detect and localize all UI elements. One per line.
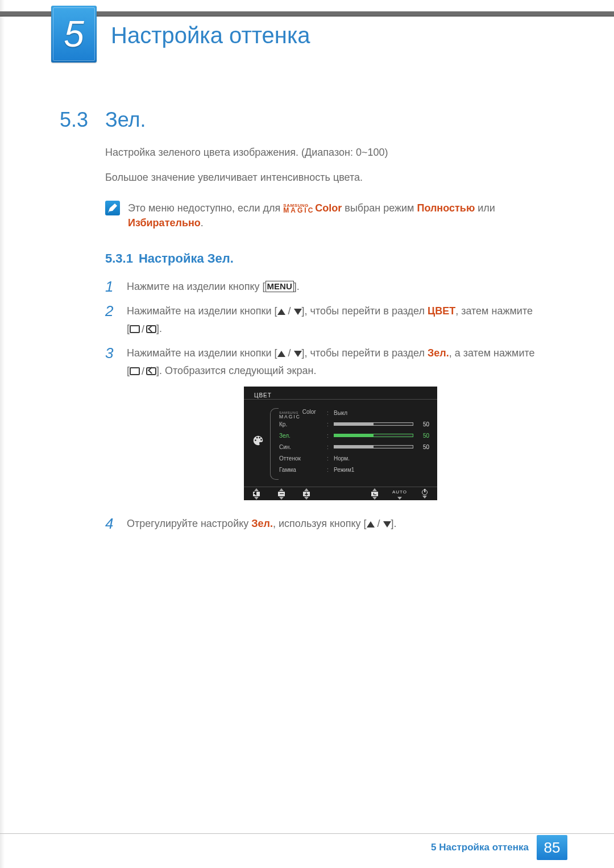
step-text: Отрегулируйте настройку Зел., используя … (127, 515, 554, 533)
step-3: 3 Нажимайте на изделии кнопки [ / ], что… (105, 344, 554, 508)
osd-btn-auto: AUTO (387, 488, 412, 500)
osd-zel-slider (334, 434, 413, 437)
osd-samsung-magic-logo: SAMSUNGMAGIC (279, 412, 301, 419)
osd-divider (244, 399, 437, 400)
steps-list: 1 Нажмите на изделии кнопку [MENU]. 2 На… (105, 278, 554, 533)
source-enter-icons: / (130, 321, 156, 338)
page-number: 85 (544, 839, 561, 857)
paragraph-intensity: Большое значение увеличивает интенсивнос… (105, 170, 554, 185)
triangle-down-icon (294, 351, 302, 357)
osd-zel-value: 50 (417, 431, 429, 441)
step-1: 1 Нажмите на изделии кнопку [MENU]. (105, 278, 554, 296)
osd-kr-label: Кр. (279, 420, 323, 429)
enter-icon (146, 325, 156, 333)
menu-button-icon: MENU (265, 281, 294, 292)
note-or: или (475, 202, 495, 214)
samsung-magic-logo: SAMSUNGMAGIC (283, 204, 314, 213)
body-content: Настройка зеленого цвета изображения. (Д… (105, 145, 554, 539)
step2-cvet: ЦВЕТ (428, 305, 455, 317)
subsection-title: Настройка Зел. (139, 251, 234, 265)
note-option-1: Полностью (417, 202, 475, 214)
osd-magic-value: Выкл (334, 408, 347, 418)
osd-gam-value: Режим1 (334, 465, 354, 475)
osd-zel-label: Зел. (279, 431, 323, 441)
step-text: Нажмите на изделии кнопку [MENU]. (127, 278, 554, 296)
osd-screenshot: ЦВЕТ SAMSUNGMAGIC Color : Выкл Кр.: (244, 387, 437, 500)
note-option-2: Избирательно (128, 217, 201, 229)
subsection-heading: 5.3.1Настройка Зел. (105, 250, 554, 268)
osd-palette-icon (252, 434, 264, 447)
osd-bottom-bar: + AUTO (244, 487, 437, 500)
step-number: 1 (105, 278, 115, 296)
triangle-up-icon (277, 351, 285, 357)
note-icon (105, 201, 120, 215)
step-2: 2 Нажимайте на изделии кнопки [ / ], что… (105, 302, 554, 338)
step3-zel: Зел. (428, 347, 449, 359)
section-number: 5.3 (60, 108, 88, 132)
footer-text: 5 Настройка оттенка (431, 842, 529, 853)
step-number: 2 (105, 302, 115, 338)
note-mid: выбран режим (342, 202, 417, 214)
osd-sin-slider (334, 445, 413, 448)
osd-row-ottenok: Оттенок: Норм. (279, 452, 429, 464)
osd-row-sin: Син.: 50 (279, 441, 429, 452)
page-left-shadow (0, 0, 5, 868)
osd-row-zel: Зел.: 50 (279, 430, 429, 441)
osd-gam-label: Гамма (279, 465, 323, 475)
note-magic-suffix: Color (315, 202, 342, 214)
triangle-up-icon (367, 521, 375, 528)
osd-sin-value: 50 (417, 442, 429, 452)
step-number: 4 (105, 515, 115, 533)
triangle-down-icon (294, 309, 302, 315)
osd-sin-label: Син. (279, 442, 323, 452)
section-title: Зел. (105, 108, 146, 132)
osd-ott-label: Оттенок (279, 454, 323, 463)
power-icon (422, 489, 428, 495)
chapter-badge: 5 (51, 6, 97, 63)
osd-btn-back (244, 488, 269, 500)
osd-kr-value: 50 (417, 420, 429, 429)
osd-btn-enter (362, 488, 387, 500)
page-number-badge: 85 (537, 835, 567, 860)
osd-ott-value: Норм. (334, 454, 350, 463)
osd-btn-minus (269, 488, 294, 500)
triangle-down-icon (383, 521, 391, 528)
step-number: 3 (105, 344, 115, 508)
osd-btn-plus: + (294, 488, 319, 500)
note-prefix: Это меню недоступно, если для (128, 202, 283, 214)
triangle-up-icon (277, 309, 285, 315)
chapter-title: Настройка оттенка (111, 23, 310, 48)
note-end: . (201, 217, 204, 229)
note-text: Это меню недоступно, если для SAMSUNGMAG… (128, 201, 554, 230)
osd-rows: SAMSUNGMAGIC Color : Выкл Кр.: 50 Зел.: (279, 407, 429, 475)
chapter-number: 5 (64, 13, 84, 55)
paragraph-description: Настройка зеленого цвета изображения. (Д… (105, 145, 554, 160)
osd-btn-power (412, 489, 437, 499)
step-text: Нажимайте на изделии кнопки [ / ], чтобы… (127, 302, 554, 338)
step-text: Нажимайте на изделии кнопки [ / ], чтобы… (127, 344, 554, 508)
enter-icon (146, 367, 156, 375)
step-4: 4 Отрегулируйте настройку Зел., использу… (105, 515, 554, 533)
osd-row-gamma: Гамма: Режим1 (279, 464, 429, 475)
source-icon (130, 325, 140, 333)
footer-divider (0, 833, 614, 834)
osd-kr-slider (334, 422, 413, 426)
osd-row-magic: SAMSUNGMAGIC Color : Выкл (279, 407, 429, 418)
note-block: Это меню недоступно, если для SAMSUNGMAG… (105, 201, 554, 230)
subsection-number: 5.3.1 (105, 251, 133, 265)
source-icon (130, 367, 140, 375)
osd-row-kr: Кр.: 50 (279, 418, 429, 430)
step4-zel: Зел. (251, 518, 273, 529)
source-enter-icons: / (130, 363, 156, 380)
